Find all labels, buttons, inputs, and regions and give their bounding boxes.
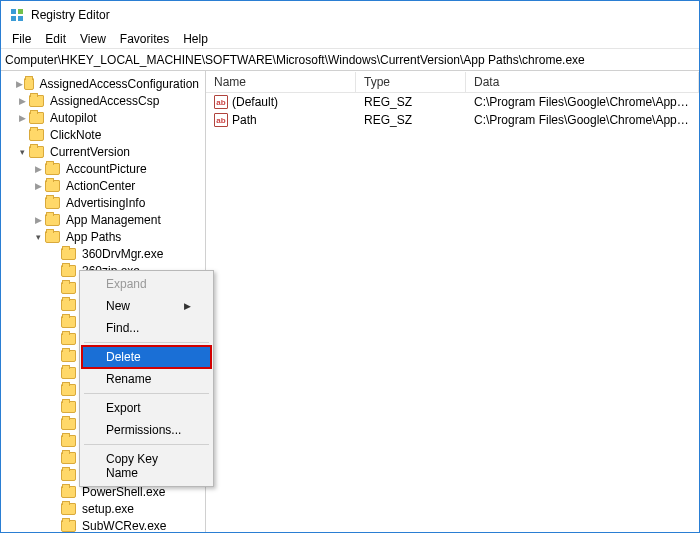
tree-item[interactable]: ▶App Management	[1, 211, 205, 228]
tree-item[interactable]: ▶ActionCenter	[1, 177, 205, 194]
menu-help[interactable]: Help	[176, 30, 215, 48]
tree-item-label: AdvertisingInfo	[64, 196, 147, 210]
expand-icon[interactable]: ▶	[31, 164, 45, 174]
folder-icon	[29, 112, 44, 124]
tree-item[interactable]: ▾App Paths	[1, 228, 205, 245]
folder-icon	[61, 299, 76, 311]
tree-item[interactable]: SubWCRev.exe	[1, 517, 205, 532]
tree-item[interactable]: ClickNote	[1, 126, 205, 143]
value-name: Path	[232, 113, 257, 127]
expand-icon[interactable]: ▶	[15, 96, 29, 106]
context-menu: Expand New▶ Find... Delete Rename Export…	[79, 270, 214, 487]
value-name: (Default)	[232, 95, 278, 109]
tree-item-label: ActionCenter	[64, 179, 137, 193]
collapse-icon[interactable]: ▾	[15, 147, 29, 157]
submenu-arrow-icon: ▶	[184, 301, 191, 311]
folder-icon	[61, 367, 76, 379]
expand-icon[interactable]: ▶	[15, 79, 24, 89]
expand-icon[interactable]: ▶	[15, 113, 29, 123]
folder-icon	[45, 231, 60, 243]
window-title: Registry Editor	[31, 8, 110, 22]
folder-icon	[61, 282, 76, 294]
folder-icon	[61, 401, 76, 413]
column-type[interactable]: Type	[356, 72, 466, 92]
svg-rect-2	[11, 16, 16, 21]
tree-item[interactable]: 360DrvMgr.exe	[1, 245, 205, 262]
folder-icon	[29, 146, 44, 158]
ctx-find[interactable]: Find...	[82, 317, 211, 339]
ctx-export[interactable]: Export	[82, 397, 211, 419]
column-name[interactable]: Name	[206, 72, 356, 92]
tree-item-label: Autopilot	[48, 111, 99, 125]
address-text: Computer\HKEY_LOCAL_MACHINE\SOFTWARE\Mic…	[5, 53, 585, 67]
svg-rect-0	[11, 9, 16, 14]
ctx-separator	[84, 444, 209, 445]
tree-item-label: ClickNote	[48, 128, 103, 142]
folder-icon	[61, 435, 76, 447]
folder-icon	[61, 350, 76, 362]
value-data: C:\Program Files\Google\Chrome\Applicati…	[466, 95, 699, 109]
expand-icon[interactable]: ▶	[31, 215, 45, 225]
folder-icon	[61, 248, 76, 260]
svg-rect-3	[18, 16, 23, 21]
ctx-new[interactable]: New▶	[82, 295, 211, 317]
folder-icon	[24, 78, 34, 90]
menu-file[interactable]: File	[5, 30, 38, 48]
value-data: C:\Program Files\Google\Chrome\Applicati…	[466, 113, 699, 127]
tree-item-label: AssignedAccessConfiguration	[38, 77, 201, 91]
folder-icon	[45, 197, 60, 209]
folder-icon	[61, 333, 76, 345]
folder-icon	[29, 95, 44, 107]
folder-icon	[45, 180, 60, 192]
tree-item-label: SubWCRev.exe	[80, 519, 168, 533]
ctx-separator	[84, 393, 209, 394]
tree-item-label: 360DrvMgr.exe	[80, 247, 165, 261]
folder-icon	[45, 163, 60, 175]
tree-item-label: AccountPicture	[64, 162, 149, 176]
tree-item-label: App Management	[64, 213, 163, 227]
value-row[interactable]: ab(Default)REG_SZC:\Program Files\Google…	[206, 93, 699, 111]
collapse-icon[interactable]: ▾	[31, 232, 45, 242]
folder-icon	[61, 503, 76, 515]
value-type: REG_SZ	[356, 95, 466, 109]
regedit-icon	[9, 7, 25, 23]
folder-icon	[61, 316, 76, 328]
folder-icon	[61, 418, 76, 430]
column-data[interactable]: Data	[466, 72, 699, 92]
tree-item[interactable]: ▶AccountPicture	[1, 160, 205, 177]
menu-favorites[interactable]: Favorites	[113, 30, 176, 48]
ctx-delete[interactable]: Delete	[82, 346, 211, 368]
folder-icon	[61, 520, 76, 532]
tree-item[interactable]: ▶Autopilot	[1, 109, 205, 126]
menu-bar: File Edit View Favorites Help	[1, 29, 699, 49]
folder-icon	[61, 452, 76, 464]
tree-item[interactable]: setup.exe	[1, 500, 205, 517]
value-row[interactable]: abPathREG_SZC:\Program Files\Google\Chro…	[206, 111, 699, 129]
column-headers: Name Type Data	[206, 71, 699, 93]
tree-item[interactable]: ▶AssignedAccessConfiguration	[1, 75, 205, 92]
ctx-permissions[interactable]: Permissions...	[82, 419, 211, 441]
string-value-icon: ab	[214, 95, 228, 109]
tree-item-label: CurrentVersion	[48, 145, 132, 159]
string-value-icon: ab	[214, 113, 228, 127]
address-bar[interactable]: Computer\HKEY_LOCAL_MACHINE\SOFTWARE\Mic…	[1, 49, 699, 71]
tree-item[interactable]: ▾CurrentVersion	[1, 143, 205, 160]
values-pane[interactable]: Name Type Data ab(Default)REG_SZC:\Progr…	[206, 71, 699, 532]
ctx-expand[interactable]: Expand	[82, 273, 211, 295]
folder-icon	[61, 265, 76, 277]
folder-icon	[61, 384, 76, 396]
folder-icon	[61, 486, 76, 498]
tree-item-label: App Paths	[64, 230, 123, 244]
expand-icon[interactable]: ▶	[31, 181, 45, 191]
ctx-copy-key-name[interactable]: Copy Key Name	[82, 448, 211, 484]
tree-item-label: AssignedAccessCsp	[48, 94, 161, 108]
ctx-rename[interactable]: Rename	[82, 368, 211, 390]
title-bar: Registry Editor	[1, 1, 699, 29]
ctx-separator	[84, 342, 209, 343]
tree-item[interactable]: AdvertisingInfo	[1, 194, 205, 211]
folder-icon	[29, 129, 44, 141]
menu-edit[interactable]: Edit	[38, 30, 73, 48]
menu-view[interactable]: View	[73, 30, 113, 48]
svg-rect-1	[18, 9, 23, 14]
tree-item[interactable]: ▶AssignedAccessCsp	[1, 92, 205, 109]
